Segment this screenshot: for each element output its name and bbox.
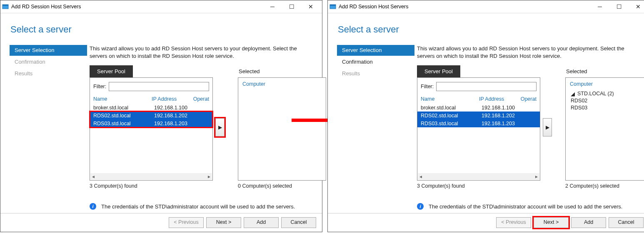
title-bar: Add RD Session Host Servers ─ ☐ ✕ xyxy=(328,0,644,13)
svg-rect-1 xyxy=(2,5,8,6)
step-confirmation: Confirmation xyxy=(10,57,87,67)
previous-button: < Previous xyxy=(169,217,204,228)
wizard-steps-sidebar: Server Selection Confirmation Results xyxy=(337,45,414,210)
filter-input[interactable] xyxy=(436,82,537,91)
table-row[interactable]: RDS03.std.local 192.168.1.203 xyxy=(90,119,212,127)
selected-count-label: 2 Computer(s) selected xyxy=(565,183,644,189)
col-name[interactable]: Name xyxy=(421,96,479,102)
table-row[interactable]: RDS02.std.local 192.168.1.202 xyxy=(90,112,212,119)
page-heading: Select a server xyxy=(10,24,322,35)
pool-table-header: Name IP Address Operat xyxy=(417,94,540,104)
selected-computer[interactable]: RDS03 xyxy=(571,104,644,112)
wizard-steps-sidebar: Server Selection Confirmation Results xyxy=(10,45,87,210)
selected-box: Computer ◢STD.LOCAL (2) RDS02 RDS03 xyxy=(565,77,644,181)
col-os[interactable]: Operat xyxy=(193,96,209,102)
info-row: i The credentials of the STD\administrat… xyxy=(417,203,644,210)
svg-rect-3 xyxy=(330,5,336,6)
horizontal-scrollbar[interactable]: ◄► xyxy=(418,173,539,180)
step-server-selection[interactable]: Server Selection xyxy=(337,45,414,56)
page-heading: Select a server xyxy=(338,24,644,35)
add-to-selected-button[interactable]: ▶ xyxy=(215,118,225,136)
intro-text: This wizard allows you to add RD Session… xyxy=(90,45,315,59)
col-ip[interactable]: IP Address xyxy=(479,96,521,102)
info-text: The credentials of the STD\administrator… xyxy=(101,203,295,210)
minimize-button[interactable]: ─ xyxy=(263,1,282,12)
selected-title: Selected xyxy=(565,65,644,77)
server-pool-tab[interactable]: Server Pool xyxy=(90,65,133,77)
info-icon: i xyxy=(417,203,424,210)
wizard-footer: < Previous Next > Add Cancel xyxy=(0,213,322,232)
col-name[interactable]: Name xyxy=(93,96,152,102)
step-results: Results xyxy=(337,68,414,79)
step-confirmation[interactable]: Confirmation xyxy=(337,57,414,67)
selected-header: Computer xyxy=(570,81,644,87)
title-bar: Add RD Session Host Servers ─ ☐ ✕ xyxy=(0,0,322,13)
filter-label: Filter: xyxy=(93,84,106,89)
previous-button: < Previous xyxy=(496,217,531,228)
server-pool-box: Filter: Name IP Address Operat broker.st xyxy=(417,77,540,181)
step-server-selection[interactable]: Server Selection xyxy=(10,45,87,56)
wizard-window-before: Add RD Session Host Servers ─ ☐ ✕ Select… xyxy=(0,0,322,232)
table-row[interactable]: broker.std.local 192.168.1.100 xyxy=(90,104,212,112)
expand-collapse-icon[interactable]: ◢ xyxy=(571,91,575,97)
close-button[interactable]: ✕ xyxy=(629,1,644,12)
info-icon: i xyxy=(90,203,96,210)
wizard-window-after: Add RD Session Host Servers ─ ☐ ✕ Select… xyxy=(327,0,644,232)
pool-table-body: broker.std.local 192.168.1.100 RDS02.std… xyxy=(90,104,212,127)
next-button[interactable]: Next > xyxy=(206,217,241,228)
info-row: i The credentials of the STD\administrat… xyxy=(90,203,326,210)
filter-label: Filter: xyxy=(421,84,434,89)
maximize-button[interactable]: ☐ xyxy=(282,1,301,12)
window-title: Add RD Session Host Servers xyxy=(11,4,81,10)
selected-domain-node[interactable]: ◢STD.LOCAL (2) xyxy=(571,90,644,97)
pool-table-header: Name IP Address Operat xyxy=(90,94,212,104)
cancel-button[interactable]: Cancel xyxy=(281,217,316,228)
table-row[interactable]: RDS02.std.local 192.168.1.202 xyxy=(417,112,540,119)
selected-count-label: 0 Computer(s) selected xyxy=(238,183,326,189)
table-row[interactable]: RDS03.std.local 192.168.1.203 xyxy=(417,119,540,127)
pool-count-label: 3 Computer(s) found xyxy=(417,183,540,189)
close-button[interactable]: ✕ xyxy=(301,1,320,12)
selected-header: Computer xyxy=(242,81,322,87)
filter-input[interactable] xyxy=(109,82,209,91)
col-os[interactable]: Operat xyxy=(521,96,537,102)
minimize-button[interactable]: ─ xyxy=(590,1,609,12)
server-pool-box: Filter: Name IP Address Operat broker.st xyxy=(90,77,213,181)
table-row[interactable]: broker.std.local 192.168.1.100 xyxy=(417,104,540,112)
pool-count-label: 3 Computer(s) found xyxy=(90,183,213,189)
pool-table-body: broker.std.local 192.168.1.100 RDS02.std… xyxy=(417,104,540,127)
selected-box: Computer xyxy=(238,77,326,181)
window-title: Add RD Session Host Servers xyxy=(339,4,408,10)
server-pool-tab[interactable]: Server Pool xyxy=(417,65,460,77)
wizard-footer: < Previous Next > Add Cancel xyxy=(328,213,644,232)
next-button[interactable]: Next > xyxy=(534,217,569,228)
step-results: Results xyxy=(10,68,87,79)
chevron-right-icon: ▶ xyxy=(218,124,222,130)
selected-title: Selected xyxy=(238,65,326,77)
horizontal-scrollbar[interactable]: ◄► xyxy=(90,173,212,180)
intro-text: This wizard allows you to add RD Session… xyxy=(417,45,642,59)
add-button[interactable]: Add xyxy=(571,217,606,228)
app-icon xyxy=(329,3,336,10)
maximize-button[interactable]: ☐ xyxy=(609,1,629,12)
add-button[interactable]: Add xyxy=(244,217,279,228)
app-icon xyxy=(2,3,9,10)
col-ip[interactable]: IP Address xyxy=(152,96,193,102)
info-text: The credentials of the STD\administrator… xyxy=(429,203,622,210)
chevron-right-icon: ▶ xyxy=(546,124,549,130)
cancel-button[interactable]: Cancel xyxy=(609,217,644,228)
selected-computer[interactable]: RDS02 xyxy=(571,97,644,104)
add-to-selected-button[interactable]: ▶ xyxy=(543,118,552,136)
